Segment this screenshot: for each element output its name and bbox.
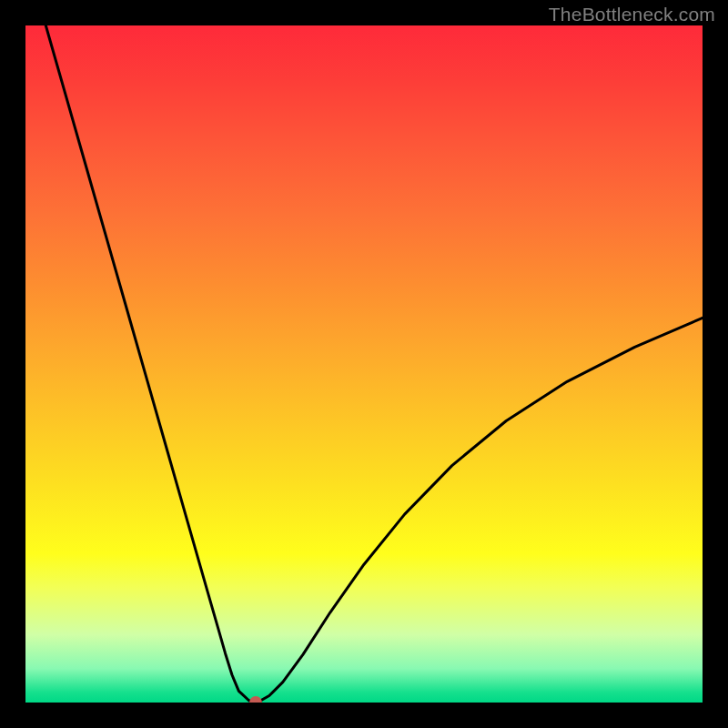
optimal-point-marker	[249, 696, 262, 703]
chart-frame: TheBottleneck.com	[0, 0, 728, 728]
gradient-background	[25, 25, 703, 703]
watermark-text: TheBottleneck.com	[549, 4, 715, 25]
plot-area	[25, 25, 703, 703]
